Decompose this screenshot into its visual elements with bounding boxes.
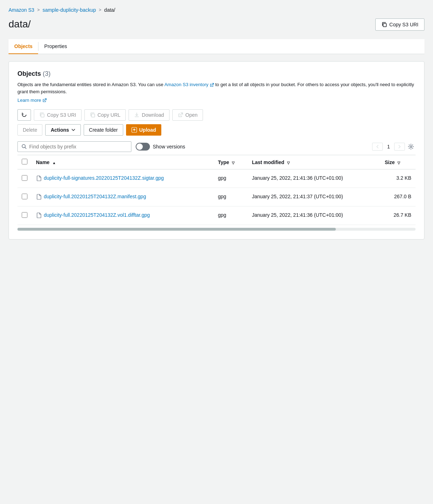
copy-s3-uri-button[interactable]: Copy S3 URI — [34, 109, 82, 121]
page-title: data/ — [9, 19, 31, 30]
refresh-icon — [21, 112, 27, 118]
inventory-link[interactable]: Amazon S3 inventory — [165, 82, 215, 87]
open-button[interactable]: Open — [172, 109, 203, 121]
learn-more-link[interactable]: Learn more — [17, 98, 47, 103]
download-button[interactable]: Download — [129, 109, 169, 121]
page-header: data/ Copy S3 URI — [9, 19, 424, 31]
pagination-controls: 1 — [372, 142, 416, 151]
breadcrumb-sep-2: > — [99, 7, 101, 12]
file-link-0[interactable]: duplicity-full-signatures.20220125T20413… — [36, 175, 209, 181]
file-link-2[interactable]: duplicity-full.20220125T204132Z.vol1.dif… — [36, 212, 209, 218]
copy-icon — [381, 22, 387, 27]
type-sort-arrow: ▽ — [232, 161, 235, 165]
breadcrumb: Amazon S3 > sample-duplicity-backup > da… — [9, 7, 424, 13]
chevron-right-icon — [397, 145, 402, 149]
last-modified-0: January 25, 2022, 21:41:36 (UTC+01:00) — [247, 169, 380, 188]
breadcrumb-amazon-s3[interactable]: Amazon S3 — [9, 7, 34, 13]
toolbar-row-2: Delete Actions Create folder Upload — [17, 124, 416, 136]
search-input[interactable] — [29, 144, 100, 149]
upload-button[interactable]: Upload — [126, 124, 161, 136]
show-versions-toggle: Show versions — [136, 143, 185, 151]
filter-row: Show versions 1 — [17, 141, 416, 152]
search-bar[interactable] — [17, 141, 131, 152]
last-modified-2: January 25, 2022, 21:41:36 (UTC+01:00) — [247, 206, 380, 225]
learn-more-external-icon — [42, 98, 47, 103]
file-icon-0 — [36, 175, 42, 181]
table-row: duplicity-full.20220125T204132Z.vol1.dif… — [17, 206, 416, 225]
file-name-1: duplicity-full.20220125T204132Z.manifest… — [44, 194, 146, 199]
file-icon-2 — [36, 212, 42, 218]
open-icon — [178, 112, 183, 118]
breadcrumb-current: data/ — [104, 7, 115, 13]
file-link-1[interactable]: duplicity-full.20220125T204132Z.manifest… — [36, 194, 209, 200]
row-checkbox-1[interactable] — [22, 194, 27, 199]
svg-point-5 — [410, 146, 412, 148]
file-type-2: gpg — [214, 206, 247, 225]
svg-rect-2 — [92, 114, 95, 117]
tabs-bar: Objects Properties — [9, 39, 424, 54]
tab-properties[interactable]: Properties — [38, 39, 73, 54]
horizontal-scrollbar[interactable] — [17, 228, 416, 231]
prev-page-button[interactable] — [372, 143, 383, 151]
settings-button[interactable] — [406, 142, 416, 151]
file-type-1: gpg — [214, 188, 247, 206]
gear-icon — [408, 143, 414, 150]
file-size-2: 26.7 KB — [380, 206, 416, 225]
toolbar-row-1: Copy S3 URI Copy URL Download Open — [17, 109, 416, 121]
objects-table: Name ▲ Type ▽ Last modified ▽ Size ▽ — [17, 155, 416, 225]
external-link-icon — [210, 83, 214, 87]
last-modified-1: January 25, 2022, 21:41:37 (UTC+01:00) — [247, 188, 380, 206]
breadcrumb-sep-1: > — [37, 7, 40, 12]
col-last-modified[interactable]: Last modified ▽ — [247, 155, 380, 169]
table-row: duplicity-full.20220125T204132Z.manifest… — [17, 188, 416, 206]
select-all-checkbox[interactable] — [22, 159, 27, 164]
col-type[interactable]: Type ▽ — [214, 155, 247, 169]
svg-rect-0 — [383, 23, 386, 27]
col-size[interactable]: Size ▽ — [380, 155, 416, 169]
copy-url-button[interactable]: Copy URL — [84, 109, 126, 121]
row-checkbox-2[interactable] — [22, 212, 27, 218]
copy-icon-2 — [39, 112, 45, 118]
svg-rect-1 — [41, 114, 44, 117]
page-number: 1 — [384, 142, 393, 151]
toggle-knob — [136, 143, 143, 150]
scrollbar-thumb — [17, 228, 336, 231]
copy-url-icon — [90, 112, 95, 118]
objects-description: Objects are the fundamental entities sto… — [17, 81, 416, 95]
chevron-left-icon — [375, 145, 380, 149]
col-name[interactable]: Name ▲ — [32, 155, 214, 169]
file-name-0: duplicity-full-signatures.20220125T20413… — [44, 175, 164, 181]
next-page-button[interactable] — [394, 143, 405, 151]
actions-button[interactable]: Actions — [45, 124, 80, 136]
copy-s3-uri-header-button[interactable]: Copy S3 URI — [375, 19, 424, 31]
table-row: duplicity-full-signatures.20220125T20413… — [17, 169, 416, 188]
file-name-2: duplicity-full.20220125T204132Z.vol1.dif… — [44, 212, 150, 218]
file-size-0: 3.2 KB — [380, 169, 416, 188]
last-modified-sort-arrow: ▽ — [287, 161, 290, 165]
row-checkbox-0[interactable] — [22, 175, 27, 181]
file-size-1: 267.0 B — [380, 188, 416, 206]
tab-objects[interactable]: Objects — [9, 39, 38, 54]
delete-button[interactable]: Delete — [17, 124, 42, 136]
create-folder-button[interactable]: Create folder — [84, 124, 123, 136]
download-icon — [134, 112, 140, 118]
upload-icon — [131, 127, 137, 133]
file-type-0: gpg — [214, 169, 247, 188]
chevron-down-icon — [71, 128, 75, 132]
objects-heading: Objects (3) — [17, 70, 416, 78]
versions-toggle-switch[interactable] — [136, 143, 150, 151]
file-icon-1 — [36, 194, 42, 200]
search-icon — [21, 144, 27, 149]
name-sort-arrow: ▲ — [52, 161, 56, 165]
refresh-button[interactable] — [17, 109, 31, 121]
breadcrumb-bucket[interactable]: sample-duplicity-backup — [42, 7, 96, 13]
size-sort-arrow: ▽ — [397, 161, 400, 165]
objects-card: Objects (3) Objects are the fundamental … — [9, 61, 424, 240]
